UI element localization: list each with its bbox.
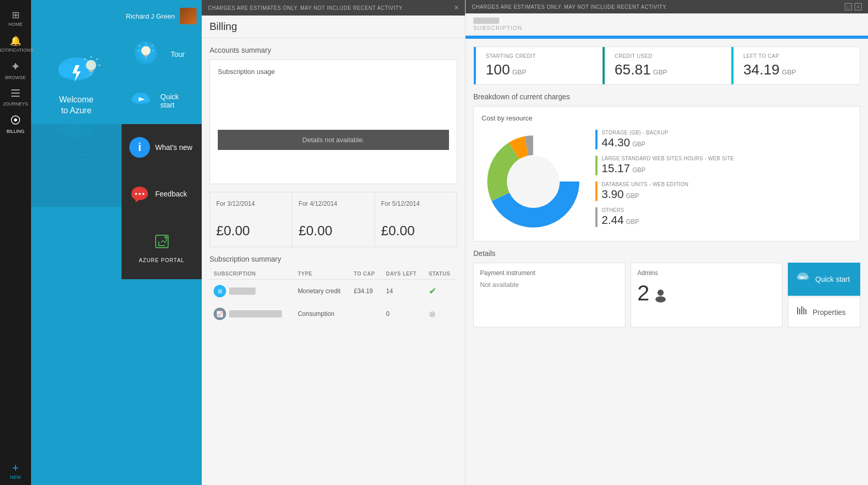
quickstart-label: Quick start: [160, 93, 194, 109]
billing-title: Billing: [209, 21, 237, 33]
whatsnew-icon: i: [129, 137, 150, 158]
subscription-usage-box: Subscription usage Details not available…: [209, 59, 457, 184]
legend-accent-web: [595, 156, 597, 175]
sub-tocap-2: [350, 302, 382, 325]
svg-line-25: [96, 58, 98, 60]
left-panel: Richard J Green ✓ ✓: [31, 0, 202, 485]
admins-icon: [653, 288, 668, 306]
tour-tile[interactable]: Tour: [122, 31, 202, 78]
monthly-costs: For 3/12/2014 £0.00 For 4/12/2014 £0.00 …: [209, 192, 457, 247]
sub-daysleft-1: 14: [382, 280, 425, 303]
azure-portal-label: AZURE PORTAL: [139, 257, 185, 263]
month-amount-3: £0.00: [381, 223, 451, 239]
legend-accent-storage: [595, 130, 597, 149]
cost-by-resource-label: Cost by resource: [482, 114, 852, 122]
notifications-icon: 🔔: [10, 35, 21, 47]
svg-rect-32: [144, 55, 148, 56]
quickstart-detail-tile[interactable]: Quick start: [788, 263, 860, 296]
user-header: Richard J Green: [31, 0, 202, 32]
col-tocap: TO CAP: [350, 268, 382, 280]
azure-portal-tile[interactable]: AZURE PORTAL: [122, 217, 202, 279]
sidebar-item-label: HOME: [9, 22, 23, 27]
chart-legend: STORAGE (GB) - BACKUP 44.30 GBP: [595, 130, 852, 233]
month-col-1: For 3/12/2014 £0.00: [210, 192, 292, 247]
month-col-2: For 4/12/2014 £0.00: [292, 192, 375, 247]
svg-point-43: [135, 193, 137, 195]
right-panel-title-bar: ██████ SUBSCRIPTION: [466, 13, 868, 36]
svg-point-41: [141, 97, 151, 103]
svg-rect-64: [805, 309, 806, 314]
sidebar-item-home[interactable]: ⊞ HOME: [0, 5, 31, 31]
status-x-icon: ⊗: [429, 310, 436, 319]
starting-credit-label: STARTING CREDIT: [486, 53, 594, 59]
billing-panel: CHARGES ARE ESTIMATES ONLY. MAY NOT INCL…: [202, 0, 466, 485]
legend-storage-unit: GBP: [633, 141, 646, 148]
svg-point-18: [58, 63, 74, 78]
svg-point-7: [14, 118, 17, 122]
quickstart-tile[interactable]: Quick start: [122, 78, 202, 124]
subscription-usage-label: Subscription usage: [218, 68, 449, 75]
legend-web-unit: GBP: [633, 166, 646, 174]
table-row: 📈 ████████████ Consumption 0 ⊗: [209, 302, 457, 325]
legend-storage-name: STORAGE (GB) - BACKUP: [602, 130, 668, 136]
user-name: Richard J Green: [126, 12, 175, 20]
svg-point-55: [655, 296, 666, 302]
tour-icon: [129, 36, 166, 72]
legend-db-value: 3.90: [602, 188, 624, 201]
sidebar-item-label: JOURNEYS: [3, 101, 28, 107]
sub-status-2: ⊗: [425, 302, 457, 325]
legend-item-web: LARGE STANDARD WEB SITES HOURS - WEB SIT…: [595, 156, 852, 175]
quickstart-detail-icon: [796, 270, 810, 288]
window-minimize-button[interactable]: □: [845, 3, 852, 10]
credit-bars: STARTING CREDIT 100 GBP CREDIT USED 65.8…: [473, 47, 860, 85]
admins-card: Admins 2: [631, 263, 783, 327]
svg-rect-4: [11, 93, 20, 94]
legend-accent-others: [595, 207, 597, 227]
sub-tocap-1: £34.19: [350, 280, 382, 303]
sidebar: ⊞ HOME 🔔 NOTIFICATIONS BROWSE JOURNEYS B…: [0, 0, 31, 485]
credit-accent-teal: [603, 47, 605, 84]
sub-daysleft-2: 0: [382, 302, 425, 325]
feedback-tile[interactable]: Feedback: [122, 171, 202, 217]
accounts-summary-title: Accounts summary: [209, 46, 457, 54]
legend-web-name: LARGE STANDARD WEB SITES HOURS - WEB SIT…: [602, 156, 734, 162]
billing-body: Accounts summary Subscription usage Deta…: [202, 38, 465, 485]
new-button[interactable]: + NEW: [0, 456, 31, 485]
properties-tile[interactable]: Properties: [788, 297, 860, 327]
quickstart-icon: [129, 88, 155, 114]
azure-portal-icon: [154, 233, 170, 253]
sidebar-item-browse[interactable]: BROWSE: [0, 57, 31, 84]
sidebar-item-notifications[interactable]: 🔔 NOTIFICATIONS: [0, 31, 31, 57]
col-status: STATUS: [425, 268, 457, 280]
legend-item-storage: STORAGE (GB) - BACKUP 44.30 GBP: [595, 130, 852, 149]
svg-rect-60: [797, 307, 798, 314]
feedback-icon: [129, 184, 150, 204]
month-label-2: For 4/12/2014: [298, 200, 368, 207]
billing-close-button[interactable]: ×: [454, 3, 459, 12]
welcome-tile[interactable]: Welcome to Azure: [31, 31, 122, 124]
sidebar-item-billing[interactable]: BILLING: [0, 111, 31, 138]
svg-point-54: [657, 290, 664, 296]
whatsnew-tile[interactable]: i What's new: [122, 124, 202, 171]
svg-rect-5: [11, 96, 20, 97]
col-daysleft: DAYS LEFT: [382, 268, 425, 280]
details-grid: Payment instrument Not available Admins …: [473, 263, 860, 327]
svg-point-21: [86, 60, 96, 70]
credit-used-bar: CREDIT USED 65.81 GBP: [603, 47, 731, 84]
properties-label: Properties: [813, 308, 846, 316]
breakdown-box: Cost by resource: [473, 106, 860, 241]
month-label-1: For 3/12/2014: [216, 200, 286, 207]
window-controls: □ ×: [845, 3, 862, 10]
window-close-button[interactable]: ×: [855, 3, 862, 10]
legend-web-value: 15.17: [602, 162, 630, 175]
legend-others-name: OTHERS: [602, 207, 639, 214]
new-label: NEW: [10, 475, 21, 480]
payment-instrument-card: Payment instrument Not available: [473, 263, 625, 327]
subscription-summary-title: Subscription summary: [209, 255, 457, 263]
sidebar-item-journeys[interactable]: JOURNEYS: [0, 84, 31, 111]
legend-accent-db: [595, 181, 597, 201]
billing-icon: [10, 115, 21, 128]
whatsnew-label: What's new: [155, 143, 192, 151]
svg-rect-61: [799, 309, 800, 314]
journeys-icon: [10, 88, 21, 100]
